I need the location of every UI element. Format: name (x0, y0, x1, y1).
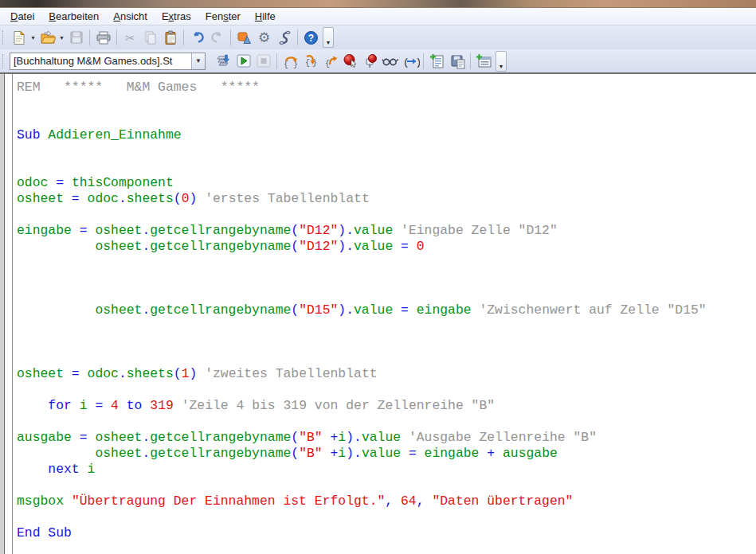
cut-button[interactable]: ✂ (120, 28, 140, 47)
print-icon (96, 30, 112, 45)
macro-script-icon (277, 30, 292, 45)
undo-button[interactable] (187, 28, 207, 47)
code-line: odoc = thisComponent (17, 175, 756, 191)
redo-button[interactable] (207, 28, 227, 47)
basic-source-code[interactable]: REM ***** M&M Games ***** Sub Addieren_E… (13, 74, 756, 554)
paste-button[interactable] (160, 28, 180, 47)
new-document-icon (11, 30, 26, 45)
breakpoint-gutter[interactable] (5, 74, 13, 554)
standard-toolbar: ▾ ▾ ✂ (0, 25, 756, 49)
save-source-button[interactable] (447, 52, 467, 71)
toolbar-separator (423, 53, 424, 69)
cut-icon: ✂ (125, 32, 135, 44)
code-line (17, 287, 756, 302)
toolbar-separator (297, 29, 298, 45)
insert-source-icon (429, 53, 445, 69)
basic-ide-window: Datei Bearbeiten Ansicht Extras Fenster … (0, 0, 756, 554)
copy-button[interactable] (140, 28, 160, 47)
code-line: for i = 4 to 319 'Zeile 4 bis 319 von de… (17, 398, 756, 414)
help-button[interactable]: ? (301, 28, 321, 47)
step-over-icon: { } (283, 53, 299, 68)
find-parentheses-icon: ( ) (401, 54, 420, 68)
code-line: Sub Addieren_Einnahme (17, 127, 756, 143)
watch-button[interactable] (380, 52, 400, 71)
step-over-button[interactable]: { } (280, 52, 300, 71)
open-icon (40, 30, 56, 45)
run-icon (236, 53, 252, 68)
menu-fenster[interactable]: Fenster (198, 8, 248, 25)
manage-breakpoints-button[interactable] (360, 52, 380, 71)
insert-source-button[interactable] (427, 52, 447, 71)
code-line: osheet = odoc.sheets(0) 'erstes Tabellen… (17, 191, 756, 207)
code-line (17, 159, 756, 175)
menu-bar: Datei Bearbeiten Ansicht Extras Fenster … (0, 8, 756, 25)
toolbar-grip[interactable] (2, 30, 5, 45)
save-icon (69, 30, 84, 45)
toolbar-separator (230, 29, 231, 45)
code-line: ausgabe = osheet.getcellrangebyname("B" … (17, 430, 756, 446)
code-line (17, 143, 756, 159)
open-button[interactable] (37, 28, 57, 47)
save-button[interactable] (66, 28, 86, 47)
compile-icon (216, 53, 232, 68)
code-line: REM ***** M&M Games ***** (17, 80, 756, 96)
svg-text:): ) (415, 57, 420, 68)
toolbar-overflow-button[interactable]: ▾ (496, 51, 507, 72)
gear-icon: ⚙ (258, 31, 270, 45)
step-out-button[interactable]: { (320, 52, 340, 71)
svg-text:?: ? (308, 33, 314, 44)
code-line: next i (17, 462, 756, 478)
open-dropdown[interactable]: ▾ (57, 28, 66, 47)
titlebar-edge (0, 0, 756, 8)
toolbar-separator (470, 53, 471, 69)
toolbar-separator (116, 29, 117, 45)
code-editor[interactable]: REM ***** M&M Games ***** Sub Addieren_E… (0, 74, 756, 554)
import-dialog-icon (476, 53, 492, 69)
macro-toolbar: [Buchhaltung M&M Games.ods].St ▼ (0, 49, 756, 74)
code-line (17, 96, 756, 111)
step-into-icon: { } (303, 53, 319, 68)
code-line (17, 207, 756, 223)
code-line (17, 509, 756, 525)
code-line (17, 478, 756, 494)
menu-datei[interactable]: Datei (3, 8, 41, 25)
menu-hilfe[interactable]: Hilfe (248, 8, 283, 25)
redo-icon (210, 30, 225, 45)
run-button[interactable] (233, 52, 253, 71)
code-line: End Sub (17, 525, 756, 541)
toolbar-separator (183, 29, 184, 45)
code-line (17, 350, 756, 366)
step-out-icon: { (323, 53, 339, 68)
choose-macro-button[interactable] (234, 28, 254, 47)
chevron-down-icon[interactable]: ▼ (191, 53, 205, 69)
code-line (17, 111, 756, 127)
code-line: osheet.getcellrangebyname("D15").value =… (17, 302, 756, 318)
import-dialog-button[interactable] (474, 52, 494, 71)
watch-icon (382, 54, 399, 68)
new-document-button[interactable] (9, 28, 29, 47)
undo-icon (190, 30, 206, 45)
menu-extras[interactable]: Extras (155, 8, 198, 25)
code-line (17, 414, 756, 430)
settings-button[interactable]: ⚙ (254, 28, 274, 47)
breakpoint-button[interactable] (340, 52, 360, 71)
module-selector[interactable]: [Buchhaltung M&M Games.ods].St ▼ (10, 53, 206, 70)
macro-script-button[interactable] (274, 28, 294, 47)
help-icon: ? (304, 30, 319, 45)
code-line (17, 318, 756, 334)
menu-bearbeiten[interactable]: Bearbeiten (41, 8, 106, 25)
paste-icon (163, 30, 178, 45)
new-document-dropdown[interactable]: ▾ (29, 28, 37, 47)
stop-button[interactable] (253, 52, 273, 71)
print-button[interactable] (93, 28, 113, 47)
code-line (17, 255, 756, 271)
code-line (17, 382, 756, 398)
find-parentheses-button[interactable]: ( ) (400, 52, 420, 71)
toolbar-grip[interactable] (2, 54, 5, 68)
step-into-button[interactable]: { } (300, 52, 320, 71)
svg-text:(: ( (403, 57, 409, 68)
toolbar-overflow-button[interactable]: ▾ (323, 27, 334, 48)
menu-ansicht[interactable]: Ansicht (106, 8, 155, 25)
code-line: osheet.getcellrangebyname("B" +i).value … (17, 446, 756, 462)
compile-button[interactable] (213, 52, 233, 71)
